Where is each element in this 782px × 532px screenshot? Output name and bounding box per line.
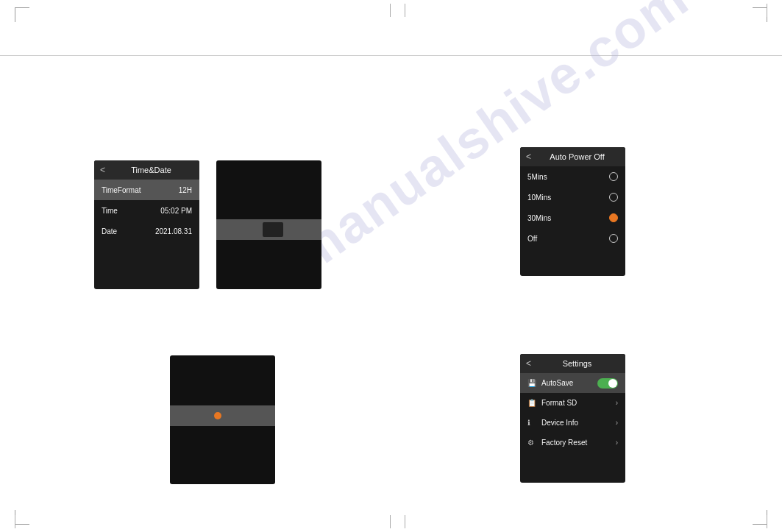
date-value: 2021.08.31 <box>155 227 192 235</box>
back-arrow-icon-3[interactable]: < <box>526 358 531 369</box>
autosave-row[interactable]: 💾 AutoSave <box>520 373 625 393</box>
date-label: Date <box>102 227 117 235</box>
autosave-label: AutoSave <box>541 379 573 387</box>
format-sd-icon: 📋 <box>527 399 538 407</box>
autosave-left: 💾 AutoSave <box>527 379 573 387</box>
back-arrow-icon-2[interactable]: < <box>526 152 531 162</box>
factory-reset-left: ⚙ Factory Reset <box>527 439 587 447</box>
factory-reset-row[interactable]: ⚙ Factory Reset › <box>520 433 625 453</box>
toggle-knob <box>608 379 617 388</box>
device-info-left: ℹ Device Info <box>527 419 578 427</box>
watermark: manualshive.com <box>282 0 700 284</box>
off-label: Off <box>527 235 537 243</box>
10mins-row[interactable]: 10Mins <box>520 187 625 208</box>
corner-mark-br <box>753 510 767 525</box>
device-info-label: Device Info <box>541 419 578 427</box>
format-sd-left: 📋 Format SD <box>527 399 577 407</box>
settings-screen: < Settings 💾 AutoSave 📋 Format SD › ℹ De… <box>520 354 625 483</box>
slider-bar-1[interactable] <box>216 219 321 240</box>
30mins-row[interactable]: 30Mins <box>520 208 625 228</box>
black-screen-2 <box>170 355 275 484</box>
screen-title-auto-power: Auto Power Off <box>535 152 619 161</box>
30mins-label: 30Mins <box>527 214 551 222</box>
auto-power-screen: < Auto Power Off 5Mins 10Mins 30Mins Off <box>520 147 625 276</box>
date-row[interactable]: Date 2021.08.31 <box>94 221 199 241</box>
auto-power-header: < Auto Power Off <box>520 147 625 166</box>
time-label: Time <box>102 207 118 215</box>
black-screen-1 <box>216 160 321 289</box>
slider-handle-1[interactable] <box>263 222 283 237</box>
off-row[interactable]: Off <box>520 228 625 249</box>
autosave-toggle[interactable] <box>597 378 618 389</box>
5mins-label: 5Mins <box>527 173 547 181</box>
factory-reset-label: Factory Reset <box>541 439 587 447</box>
format-sd-label: Format SD <box>541 399 577 407</box>
time-value: 05:02 PM <box>160 207 192 215</box>
factory-reset-icon: ⚙ <box>527 439 538 447</box>
time-date-header: < Time&Date <box>94 160 199 180</box>
device-info-chevron: › <box>616 419 618 427</box>
autosave-icon: 💾 <box>527 379 538 387</box>
10mins-label: 10Mins <box>527 194 551 202</box>
factory-reset-chevron: › <box>616 439 618 447</box>
back-arrow-icon[interactable]: < <box>100 165 105 175</box>
time-row[interactable]: Time 05:02 PM <box>94 200 199 221</box>
10mins-radio[interactable] <box>609 193 618 202</box>
5mins-radio[interactable] <box>609 172 618 181</box>
30mins-radio[interactable] <box>609 213 618 222</box>
screen-title-time-date: Time&Date <box>109 166 193 174</box>
tick-top-center <box>390 4 391 17</box>
dot-indicator <box>214 412 221 419</box>
slider-bar-2[interactable] <box>170 405 275 426</box>
corner-mark-tl <box>15 7 29 22</box>
tick-bottom-center2 <box>405 515 405 528</box>
device-info-row[interactable]: ℹ Device Info › <box>520 413 625 433</box>
screen-title-settings: Settings <box>535 359 619 368</box>
off-radio[interactable] <box>609 234 618 243</box>
time-format-value: 12H <box>179 186 192 194</box>
device-info-icon: ℹ <box>527 419 538 427</box>
settings-header: < Settings <box>520 354 625 373</box>
time-date-screen: < Time&Date TimeFormat 12H Time 05:02 PM… <box>94 160 199 289</box>
divider-line <box>0 55 782 56</box>
time-format-row[interactable]: TimeFormat 12H <box>94 180 199 200</box>
tick-bottom-right <box>767 515 767 528</box>
corner-mark-tr <box>753 7 767 22</box>
tick-bottom-center <box>390 515 391 528</box>
format-sd-chevron: › <box>616 399 618 407</box>
corner-mark-bl <box>15 510 29 525</box>
format-sd-row[interactable]: 📋 Format SD › <box>520 393 625 413</box>
tick-top-right <box>767 4 767 17</box>
tick-top-center2 <box>405 4 405 17</box>
5mins-row[interactable]: 5Mins <box>520 166 625 187</box>
time-format-label: TimeFormat <box>102 186 141 194</box>
tick-bottom-left <box>15 515 15 528</box>
